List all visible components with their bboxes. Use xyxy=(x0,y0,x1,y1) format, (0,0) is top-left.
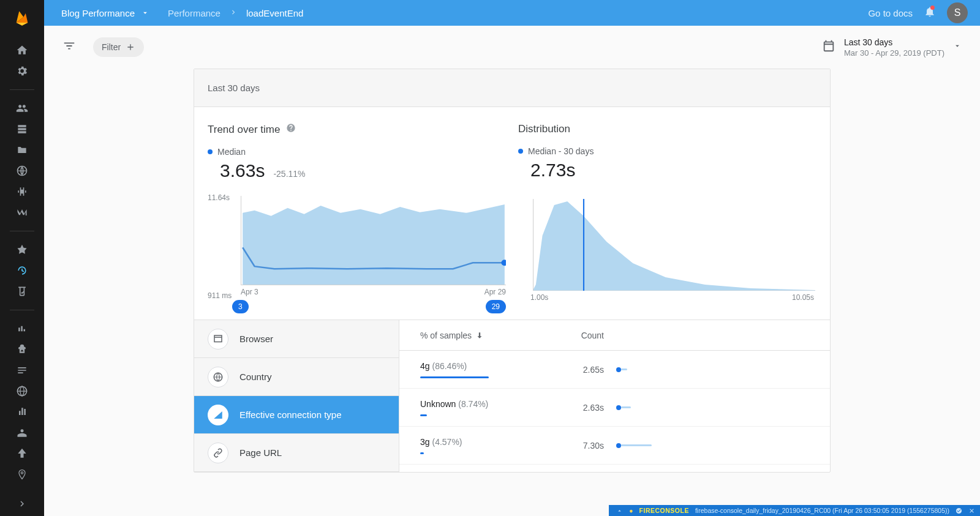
chevron-up-icon[interactable] xyxy=(616,507,623,514)
project-selector[interactable]: Blog Performance xyxy=(61,8,149,18)
dist-xend: 10.05s xyxy=(792,293,814,302)
nav-remoteconfig-icon[interactable] xyxy=(7,423,37,443)
table-row[interactable]: Unknown (8.74%) 2.63s xyxy=(399,389,830,427)
trend-xend: Apr 29 xyxy=(484,288,506,296)
trend-legend-label: Median xyxy=(217,147,246,157)
date-chip-end[interactable]: 29 xyxy=(486,300,506,313)
nav-storage-icon[interactable] xyxy=(7,140,37,160)
dimension-label: Page URL xyxy=(239,447,282,458)
help-icon[interactable] xyxy=(286,123,296,136)
dist-xstart: 1.00s xyxy=(530,293,548,302)
status-bar: ● FIRECONSOLE firebase-console_daily_fri… xyxy=(609,505,980,516)
row-count: 2.65s xyxy=(543,365,604,375)
status-tag: FIRECONSOLE xyxy=(639,507,689,514)
dimension-label: Country xyxy=(239,372,272,382)
nav-crashlytics-icon[interactable] xyxy=(7,240,37,260)
nav-testlab-icon[interactable] xyxy=(7,282,37,301)
nav-abtesting-icon[interactable] xyxy=(7,361,37,380)
notification-dot xyxy=(930,6,935,10)
nav-ml-icon[interactable] xyxy=(7,203,37,222)
close-icon[interactable] xyxy=(968,507,975,514)
nav-inapp-icon[interactable] xyxy=(7,402,37,422)
nav-performance-icon[interactable] xyxy=(7,261,37,280)
dimension-label: Browser xyxy=(239,334,273,344)
row-count: 7.30s xyxy=(543,441,604,451)
trend-panel: Trend over time Median 3.63s -25.11% 11.… xyxy=(208,123,506,313)
dimension-table: % of samples Count 4g (86.46%) 2.65s Unk… xyxy=(399,320,830,472)
nav-functions-icon[interactable] xyxy=(7,182,37,201)
nav-analytics-icon[interactable] xyxy=(7,319,37,338)
dist-chart-svg xyxy=(528,199,816,291)
table-row[interactable]: 3g (4.57%) 7.30s xyxy=(399,427,830,465)
dist-title: Distribution xyxy=(518,123,816,135)
nav-gear-icon[interactable] xyxy=(7,61,37,81)
filter-list-icon[interactable] xyxy=(62,39,76,55)
nav-predictions-icon[interactable] xyxy=(7,340,37,359)
date-range-picker[interactable]: Last 30 days Mar 30 - Apr 29, 2019 (PDT) xyxy=(822,37,962,58)
row-bar xyxy=(420,452,424,454)
row-dotbar xyxy=(616,405,809,411)
globe-icon xyxy=(208,367,228,387)
nav-database-icon[interactable] xyxy=(7,119,37,139)
trend-xstart: Apr 3 xyxy=(241,288,258,296)
sort-down-icon xyxy=(475,331,484,340)
dimension-item-ect[interactable]: Effective connection type xyxy=(194,396,399,434)
table-header: % of samples Count xyxy=(399,320,830,351)
sidebar-divider-2 xyxy=(10,231,34,231)
dimension-item-browser[interactable]: Browser xyxy=(194,320,399,358)
nav-dynamiclinks-icon[interactable] xyxy=(7,444,37,463)
breadcrumbs: Performance loadEventEnd xyxy=(168,8,303,18)
nav-hosting-icon[interactable] xyxy=(7,161,37,181)
trend-chart-svg xyxy=(241,196,506,285)
table-row[interactable]: 4g (86.46%) 2.65s xyxy=(399,351,830,389)
row-dotbar xyxy=(616,367,809,373)
link-icon xyxy=(208,443,228,463)
nav-auth-icon[interactable] xyxy=(7,99,37,118)
notifications-icon[interactable] xyxy=(924,6,936,20)
sidebar xyxy=(0,0,44,516)
dimension-label: Effective connection type xyxy=(239,409,342,420)
go  -to-docs-link[interactable]: Go to docs xyxy=(868,8,913,18)
dist-value: 2.73s xyxy=(530,160,575,181)
check-circle-icon xyxy=(956,507,962,514)
sidebar-divider-3 xyxy=(10,310,34,310)
nav-admob-icon[interactable] xyxy=(7,465,37,484)
dimension-list: Browser Country Effective connection typ… xyxy=(194,320,399,472)
row-bar xyxy=(420,376,489,378)
sidebar-expand-icon[interactable] xyxy=(7,492,37,516)
filter-bar: Filter Last 30 days Mar 30 - Apr 29, 201… xyxy=(44,26,980,69)
sidebar-divider xyxy=(10,89,34,90)
nav-cloudmessaging-icon[interactable] xyxy=(7,381,37,401)
breadcrumb-parent[interactable]: Performance xyxy=(168,8,221,18)
trend-title: Trend over time xyxy=(208,123,506,136)
row-count: 2.63s xyxy=(543,403,604,413)
date-chip-start[interactable]: 3 xyxy=(232,300,249,313)
browser-icon xyxy=(208,329,228,350)
date-range-label: Last 30 days xyxy=(844,37,944,47)
trend-chart: 11.64s 911 ms Apr 3 Apr 29 xyxy=(208,196,506,313)
signal-icon xyxy=(208,405,228,425)
trend-delta: -25.11% xyxy=(273,169,305,179)
metrics-card: Last 30 days Trend over time Median 3.63… xyxy=(194,69,831,473)
trend-legend: Median xyxy=(208,147,506,157)
trend-ymax: 11.64s xyxy=(208,193,230,202)
topbar: Blog Performance Performance loadEventEn… xyxy=(44,0,980,26)
dist-legend-label: Median - 30 days xyxy=(528,146,594,156)
dropdown-icon xyxy=(953,42,962,53)
date-range-detail: Mar 30 - Apr 29, 2019 (PDT) xyxy=(844,48,944,58)
col-count[interactable]: Count xyxy=(543,331,604,340)
nav-home-icon[interactable] xyxy=(7,40,37,60)
trend-value: 3.63s xyxy=(220,160,265,181)
dimension-item-pageurl[interactable]: Page URL xyxy=(194,434,399,472)
legend-dot xyxy=(518,149,523,154)
col-samples-label: % of samples xyxy=(420,331,472,340)
row-dotbar xyxy=(616,443,809,449)
breadcrumb-current: loadEventEnd xyxy=(246,8,303,18)
distribution-chart xyxy=(528,199,816,291)
dimension-item-country[interactable]: Country xyxy=(194,358,399,396)
calendar-icon xyxy=(822,39,835,55)
avatar[interactable]: S xyxy=(947,2,968,23)
filter-chip[interactable]: Filter xyxy=(93,37,144,57)
col-samples[interactable]: % of samples xyxy=(420,331,543,340)
dimensions-section: Browser Country Effective connection typ… xyxy=(194,320,830,472)
